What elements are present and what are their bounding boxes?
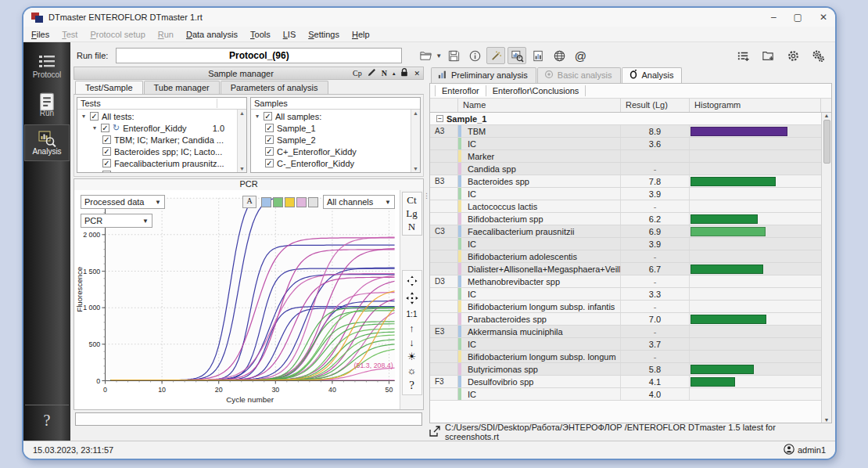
pcr-chart[interactable]: 05001 0001 5002 0002 50001020304050Cycle… [74,190,400,409]
arrow-down-icon[interactable]: ↓ [409,338,414,347]
sample-group-row[interactable]: −Sample_1 [430,113,821,125]
table-row[interactable]: IC3.3 [430,288,821,301]
pen-icon[interactable] [368,68,376,78]
add-list-icon[interactable] [733,47,752,64]
tab-tube-manager[interactable]: Tube manager [144,81,220,94]
samples-scrollbar[interactable]: ▲▼ [411,110,420,172]
menu-lis[interactable]: LIS [283,30,296,39]
open-dropdown-caret[interactable]: ▼ [436,52,442,59]
table-row[interactable]: Butyricimonas spp5.8 [430,363,821,376]
tree-row[interactable]: ▾✓↻Enteroflor_Kiddy1.0 [79,122,235,134]
arrow-up-icon[interactable]: ↑ [409,324,414,333]
sidebar-item-protocol[interactable]: Protocol [25,49,69,84]
report-chart-icon[interactable] [529,47,547,64]
channel-swatch-2[interactable] [273,197,283,207]
channel-swatch-3[interactable] [285,197,295,207]
open-folder-icon[interactable] [416,47,435,64]
run-file-input[interactable] [116,48,402,63]
services-gears-icon[interactable] [809,47,827,64]
table-row[interactable]: IC4.0 [430,388,821,401]
tree-row[interactable]: ✓Faecalibacterium prausnitz... [79,157,235,169]
status-readout-field[interactable] [75,412,422,426]
pan-all-icon[interactable] [407,293,418,305]
ct-mode-button[interactable]: Ct [407,194,416,207]
table-row[interactable]: Dialister+Allisonella+Megasphaera+Veillo… [430,263,821,275]
analysis-view-icon[interactable] [508,47,526,64]
table-row[interactable]: A3TBM8.9 [430,125,821,138]
close-panel-button[interactable]: ✕ [414,70,420,77]
collapse-icon[interactable]: − [436,115,443,122]
vertical-splitter[interactable]: ⋮ [424,67,429,441]
data-mode-dropdown[interactable]: Processed data▼ [81,195,165,209]
tree-row[interactable]: ✓C+_Enteroflor_Kiddy [253,146,409,157]
tree-row[interactable]: ✓Bacteroides spp; IC; Lacto... [79,146,235,157]
info-icon[interactable] [465,47,484,64]
table-row[interactable]: E3Akkermansia muciniphila- [430,326,821,338]
maximize-button[interactable]: ▢ [794,12,802,23]
stage-dropdown[interactable]: PCR▼ [81,214,152,228]
n-toggle-button[interactable]: N [382,69,387,77]
sidebar-item-run[interactable]: Run [25,87,69,122]
tab-analysis[interactable]: Analysis [622,67,683,83]
tab-preliminary-analysis[interactable]: Preliminary analysis [431,67,536,83]
tree-row[interactable]: ✓Sample_1 [253,122,409,134]
tab-test-sample[interactable]: Test/Sample [75,81,143,94]
email-at-icon[interactable]: @ [571,47,590,64]
menu-settings[interactable]: Settings [308,30,339,39]
menu-data-analysis[interactable]: Data analysis [186,30,238,39]
table-row[interactable]: Bifidobacterium spp6.2 [430,213,821,225]
tree-row[interactable]: ▾✓All samples: [253,110,409,122]
globe-icon[interactable] [550,47,569,64]
sidebar-help-button[interactable]: ? [25,405,69,430]
magic-wand-icon[interactable] [486,47,505,64]
menu-files[interactable]: Files [31,30,49,39]
table-row[interactable]: Bifidobacterium longum subsp. longum- [430,351,821,363]
sidebar-item-analysis[interactable]: Analysis [25,125,69,160]
table-row[interactable]: Bifidobacterium adolescentis- [430,250,821,263]
brightness-icon[interactable]: ☀ [407,352,417,362]
subtab-enteroflor[interactable]: Enteroflor [435,85,486,96]
lg-mode-button[interactable]: Lg [406,207,417,220]
tree-row[interactable]: ▾✓All tests: [79,110,235,122]
collapse-panel-button[interactable]: ▴ [393,70,396,77]
add-folder-icon[interactable] [759,47,777,64]
channel-swatch-4[interactable] [296,197,307,207]
settings-gear-icon[interactable] [784,47,802,64]
n-mode-button[interactable]: N [408,221,415,233]
channel-swatch-5[interactable] [308,197,318,207]
table-row[interactable]: Parabacteroides spp7.0 [430,313,821,326]
menu-help[interactable]: Help [352,30,370,39]
autoscale-button[interactable]: A [242,196,256,208]
export-icon[interactable] [429,426,440,438]
table-row[interactable]: Candida spp- [430,163,821,175]
cp-toggle-button[interactable]: Cp [353,69,362,77]
scroll-down-icon[interactable]: ▼ [824,417,830,423]
tab-parameters-of-analysis[interactable]: Parameters of analysis [221,81,328,94]
tree-row[interactable]: ✓TBM; IC; Marker; Candida ... [79,134,235,146]
brightness-outline-icon[interactable]: ☼ [407,366,417,376]
scroll-up-icon[interactable]: ▲ [824,113,830,118]
chart-help-button[interactable]: ? [409,380,414,390]
scale-1-1-button[interactable]: 1:1 [407,310,418,319]
subtab-conclusions[interactable]: Enteroflor\Conclusions [486,85,586,96]
scrollbar-thumb[interactable] [823,120,830,164]
table-row[interactable]: IC3.9 [430,188,821,200]
results-scrollbar[interactable]: ▲ ▼ [821,113,831,423]
table-row[interactable]: B3Bacteroides spp7.8 [430,175,821,188]
column-name[interactable]: Name [458,99,621,112]
table-row[interactable]: IC3.9 [430,238,821,250]
channels-dropdown[interactable]: All channels▼ [323,195,395,209]
tree-row[interactable]: ✓C-_Enteroflor_Kiddy [253,157,409,169]
minimize-button[interactable]: – [771,12,777,23]
table-row[interactable]: D3Methanobrevibacter spp- [430,275,821,288]
column-result[interactable]: Result (Lg) [621,99,690,112]
lock-icon[interactable] [400,68,408,78]
close-button[interactable]: ✕ [820,12,827,23]
table-row[interactable]: Marker [430,150,821,163]
column-histogram[interactable]: Histogramm [690,99,821,112]
tree-row[interactable]: ✓Sample_2 [253,134,409,146]
table-row[interactable]: Lactococcus lactis- [430,200,821,213]
table-row[interactable]: IC3.6 [430,138,821,150]
table-row[interactable]: IC3.7 [430,338,821,351]
tree-row[interactable]: ✓Methanobrevibacter spp; I... [79,169,235,172]
